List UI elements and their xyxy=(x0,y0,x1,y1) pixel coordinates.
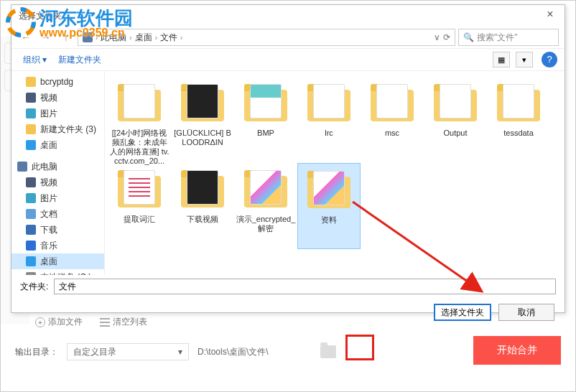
view-dropdown[interactable]: ▾ xyxy=(516,52,533,67)
tree-this-pc: 此电脑 xyxy=(11,159,104,174)
output-label: 输出目录： xyxy=(15,346,58,358)
tree-item-desktop: 桌面 xyxy=(11,253,104,269)
output-row: 输出目录： 自定义目录 ▾ D:\tools\桌面\文件\ 开始合并 xyxy=(15,342,561,362)
address-row: ← → ↑ › 此电脑 › 桌面 › 文件 › ∨ ⟳ 🔍 搜索"文件" xyxy=(11,27,565,48)
crumb-1[interactable]: 此电脑 xyxy=(101,32,126,44)
select-folder-button[interactable]: 选择文件夹 xyxy=(434,304,491,321)
folder-item[interactable]: 下载视频 xyxy=(171,163,234,249)
dropdown-icon: ▾ xyxy=(178,347,182,357)
folder-label: 文件夹: xyxy=(20,281,48,293)
tree-item: 图片 xyxy=(11,106,104,121)
tree-item: 新建文件夹 (3) xyxy=(11,121,104,137)
folder-picker-dialog: 选择文件夹 × ← → ↑ › 此电脑 › 桌面 › 文件 › ∨ ⟳ 🔍 搜索… xyxy=(11,4,565,313)
nav-up-button[interactable]: ↑ xyxy=(57,29,75,46)
folder-item[interactable]: Output xyxy=(424,77,487,163)
output-path: D:\tools\桌面\文件\ xyxy=(198,346,269,358)
nav-back-button[interactable]: ← xyxy=(17,29,34,46)
folder-item[interactable]: [GLÜCKLICH] BLOODRΔIN xyxy=(171,77,234,163)
dialog-title: 选择文件夹 xyxy=(19,11,62,21)
breadcrumb-bar[interactable]: › 此电脑 › 桌面 › 文件 › ∨ ⟳ xyxy=(78,29,455,46)
tree-item: 音乐 xyxy=(11,238,104,253)
tree-item: 桌面 xyxy=(11,137,104,153)
red-highlight-box xyxy=(345,335,374,360)
start-merge-button[interactable]: 开始合并 xyxy=(473,336,561,365)
tree-item: 本地磁盘 (C:) xyxy=(11,269,104,275)
folder-item[interactable]: BMP xyxy=(234,77,297,163)
folder-item[interactable]: msc xyxy=(361,77,424,163)
cancel-button[interactable]: 取消 xyxy=(498,304,554,321)
tree-item: 图片 xyxy=(11,190,104,206)
tree-item: 视频 xyxy=(11,90,104,106)
new-folder-button[interactable]: 新建文件夹 xyxy=(54,52,106,67)
search-placeholder: 搜索"文件" xyxy=(477,32,518,44)
crumb-2[interactable]: 桌面 xyxy=(135,32,152,44)
pc-icon xyxy=(83,32,93,42)
folder-name-row: 文件夹: xyxy=(11,275,565,298)
output-mode-select[interactable]: 自定义目录 ▾ xyxy=(67,343,189,360)
crumb-3[interactable]: 文件 xyxy=(160,32,177,44)
folder-name-input[interactable] xyxy=(54,279,556,294)
tree-item: 下载 xyxy=(11,222,104,238)
dialog-titlebar: 选择文件夹 × xyxy=(11,5,565,27)
tree-item: 文档 xyxy=(11,206,104,222)
search-input[interactable]: 🔍 搜索"文件" xyxy=(458,29,559,46)
view-button[interactable]: ▦ xyxy=(493,52,510,67)
toolbar: 组织 ▾ 新建文件夹 ▦ ▾ ? xyxy=(11,48,565,71)
file-pane[interactable]: [[24小时]网络视频乱象：未成年人的网络直播] tv.cctv.com_20.… xyxy=(105,71,565,275)
nav-forward-button[interactable]: → xyxy=(37,29,55,46)
chevron-down-icon[interactable]: ∨ xyxy=(434,32,440,42)
folder-item[interactable]: 演示_encrypted_解密 xyxy=(234,163,297,249)
tree-item: 视频 xyxy=(11,174,104,190)
dialog-body: bcryptdg 视频 图片 新建文件夹 (3) 桌面 此电脑 视频 图片 文档… xyxy=(11,71,565,275)
folder-item[interactable]: 提取词汇 xyxy=(108,163,171,249)
tree-item: bcryptdg xyxy=(11,74,104,90)
output-mode-value: 自定义目录 xyxy=(73,346,116,358)
search-icon: 🔍 xyxy=(463,32,474,42)
folder-item-selected[interactable]: 资料 xyxy=(297,163,361,249)
help-icon[interactable]: ? xyxy=(542,52,557,67)
folder-item[interactable]: lrc xyxy=(297,77,361,163)
refresh-icon[interactable]: ⟳ xyxy=(443,32,450,42)
dialog-footer: 选择文件夹 取消 xyxy=(11,298,565,327)
output-folder-icon[interactable] xyxy=(320,345,336,358)
folder-item[interactable]: tessdata xyxy=(487,77,550,163)
organize-button[interactable]: 组织 ▾ xyxy=(19,52,51,67)
nav-tree: bcryptdg 视频 图片 新建文件夹 (3) 桌面 此电脑 视频 图片 文档… xyxy=(11,71,105,275)
close-icon[interactable]: × xyxy=(540,6,560,24)
folder-item[interactable]: [[24小时]网络视频乱象：未成年人的网络直播] tv.cctv.com_20.… xyxy=(108,77,171,163)
